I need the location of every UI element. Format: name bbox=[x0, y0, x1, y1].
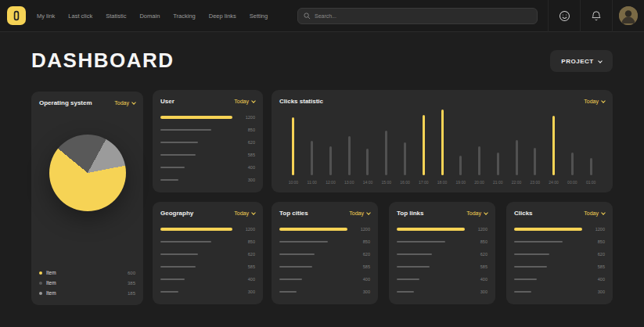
vbar-column: 00:00 bbox=[563, 110, 581, 185]
bar bbox=[160, 278, 185, 281]
today-filter[interactable]: Today bbox=[114, 100, 135, 106]
bar-track bbox=[279, 253, 347, 256]
nav-deep-links[interactable]: Deep links bbox=[209, 13, 236, 20]
card-header: Clicks Today bbox=[514, 210, 605, 217]
card-header: Operating system Today bbox=[39, 99, 135, 106]
bar-row: 1200 bbox=[160, 116, 255, 119]
top-navbar: My link Last click Statistic Domain Trac… bbox=[0, 0, 644, 32]
today-filter[interactable]: Today bbox=[234, 99, 255, 104]
top-links-bar-chart: 1200 850 620 585 bbox=[397, 228, 487, 293]
bar-track bbox=[160, 228, 232, 231]
bar-row: 620 bbox=[514, 253, 605, 256]
today-filter[interactable]: Today bbox=[349, 210, 370, 216]
bar-value: 400 bbox=[238, 277, 255, 282]
today-filter[interactable]: Today bbox=[584, 210, 605, 216]
project-dropdown[interactable]: PROJECT bbox=[550, 50, 613, 72]
vbar bbox=[404, 142, 406, 175]
user-avatar[interactable] bbox=[612, 0, 644, 32]
bar-track bbox=[514, 253, 582, 256]
bar-row: 585 bbox=[160, 265, 255, 268]
nav-my-link[interactable]: My link bbox=[37, 13, 55, 20]
app-logo[interactable] bbox=[7, 6, 26, 25]
nav-statistic[interactable]: Statistic bbox=[106, 13, 126, 20]
bar bbox=[514, 291, 531, 293]
vbar-column: 14:00 bbox=[358, 110, 377, 185]
vbar-column: 21:00 bbox=[488, 110, 507, 185]
time-label: 15:00 bbox=[381, 180, 391, 185]
bar-row: 300 bbox=[397, 290, 487, 293]
bar-row: 620 bbox=[397, 253, 487, 256]
nav-domain[interactable]: Domain bbox=[139, 13, 160, 20]
search-icon bbox=[304, 13, 311, 20]
card-title: Geography bbox=[160, 210, 193, 217]
legend-label: Item bbox=[46, 290, 56, 296]
bar bbox=[279, 253, 315, 256]
link-icon bbox=[12, 10, 21, 21]
vbar bbox=[534, 148, 536, 175]
operating-system-legend: Item 600 Item 385 Item 185 bbox=[39, 270, 135, 297]
card-clicks: Clicks Today 1200 850 620 bbox=[506, 202, 613, 304]
today-filter-label: Today bbox=[234, 210, 249, 216]
vbar bbox=[571, 153, 574, 175]
main-nav: My link Last click Statistic Domain Trac… bbox=[37, 13, 268, 20]
project-dropdown-label: PROJECT bbox=[561, 58, 593, 65]
reactions-button[interactable] bbox=[548, 0, 580, 32]
search-input[interactable] bbox=[315, 13, 531, 19]
bar-row: 620 bbox=[160, 253, 255, 256]
card-header: Top cities Today bbox=[279, 210, 370, 217]
search-bar[interactable] bbox=[297, 8, 538, 24]
bar-track bbox=[160, 266, 232, 268]
bar-track bbox=[514, 228, 582, 231]
card-clicks-statistic: Clicks statistic Today 10:00 11:00 bbox=[272, 90, 613, 192]
bar-track bbox=[160, 291, 232, 293]
bar-row: 850 bbox=[397, 240, 487, 243]
bar-value: 850 bbox=[238, 239, 255, 244]
bar-value: 850 bbox=[588, 239, 605, 244]
bar-value: 850 bbox=[353, 239, 370, 244]
bar-track bbox=[160, 142, 232, 144]
bar-track bbox=[397, 291, 465, 293]
nav-last-click[interactable]: Last click bbox=[68, 13, 92, 20]
nav-setting[interactable]: Setting bbox=[250, 13, 268, 20]
today-filter[interactable]: Today bbox=[466, 210, 487, 216]
bar-value: 585 bbox=[353, 264, 370, 269]
bar-track bbox=[279, 228, 347, 231]
vbar-track bbox=[497, 110, 499, 175]
vbar bbox=[497, 153, 499, 175]
nav-tracking[interactable]: Tracking bbox=[173, 13, 195, 20]
bar-value: 1200 bbox=[588, 227, 605, 232]
time-label: 14:00 bbox=[363, 180, 373, 185]
bar bbox=[160, 179, 178, 181]
accent-bar bbox=[160, 228, 232, 231]
time-label: 10:00 bbox=[289, 180, 299, 185]
today-filter[interactable]: Today bbox=[584, 99, 605, 104]
accent-bar bbox=[397, 228, 465, 231]
chevron-down-icon bbox=[366, 210, 371, 215]
vbar-track bbox=[423, 110, 425, 175]
bar-row: 850 bbox=[160, 240, 255, 243]
bar-value: 1200 bbox=[238, 227, 255, 232]
bar-track bbox=[160, 241, 232, 243]
vbar-column: 23:00 bbox=[526, 110, 545, 185]
chevron-down-icon bbox=[251, 210, 256, 215]
today-filter[interactable]: Today bbox=[234, 210, 255, 216]
time-label: 24:00 bbox=[549, 180, 559, 185]
bar-value: 585 bbox=[238, 153, 255, 157]
bar-row: 400 bbox=[514, 278, 605, 281]
bar-track bbox=[397, 253, 465, 256]
bar-track bbox=[160, 129, 232, 131]
bar-value: 620 bbox=[588, 252, 605, 257]
card-top-cities: Top cities Today 1200 850 620 bbox=[272, 202, 378, 304]
bar-track bbox=[514, 241, 582, 243]
bar-value: 850 bbox=[238, 128, 255, 132]
bar-row: 400 bbox=[160, 166, 255, 169]
notifications-button[interactable] bbox=[580, 0, 612, 32]
vbar bbox=[348, 136, 351, 175]
legend-value: 385 bbox=[128, 281, 135, 286]
vbar-column: 18:00 bbox=[433, 110, 452, 185]
bell-icon bbox=[591, 10, 602, 22]
bar bbox=[160, 266, 196, 268]
today-filter-label: Today bbox=[349, 210, 364, 216]
bar-track bbox=[279, 241, 347, 243]
bar-track bbox=[160, 278, 232, 281]
